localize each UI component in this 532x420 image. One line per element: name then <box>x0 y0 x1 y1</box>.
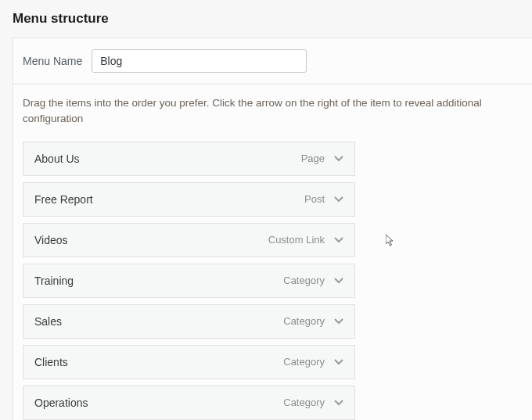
menu-item[interactable]: TrainingCategory <box>23 264 355 298</box>
menu-item-meta: Category <box>283 315 343 327</box>
menu-structure-panel: Menu Name Drag the items into the order … <box>13 38 532 420</box>
menu-item-type: Category <box>283 275 325 286</box>
menu-item-title: Sales <box>34 315 62 328</box>
menu-items-list: About UsPageFree ReportPostVideosCustom … <box>13 142 532 421</box>
menu-name-row: Menu Name <box>13 38 532 84</box>
menu-item-type: Page <box>301 153 325 164</box>
menu-item[interactable]: VideosCustom Link <box>23 223 355 257</box>
menu-item-title: Clients <box>34 356 68 368</box>
menu-item-type: Category <box>283 397 325 408</box>
chevron-down-icon[interactable] <box>334 278 343 284</box>
instruction-text: Drag the items into the order you prefer… <box>13 84 532 142</box>
menu-item-title: Free Report <box>34 193 93 206</box>
menu-item-meta: Category <box>283 275 343 286</box>
menu-item-type: Category <box>283 356 325 368</box>
menu-item[interactable]: ClientsCategory <box>23 345 355 379</box>
section-title: Menu structure <box>0 0 532 38</box>
chevron-down-icon[interactable] <box>334 359 343 365</box>
chevron-down-icon[interactable] <box>334 156 343 162</box>
menu-item-title: Operations <box>34 397 88 409</box>
menu-item-title: Training <box>34 275 74 287</box>
menu-name-input[interactable] <box>92 49 307 73</box>
menu-item-type: Category <box>283 315 325 327</box>
chevron-down-icon[interactable] <box>334 196 343 203</box>
menu-item-meta: Post <box>304 193 343 205</box>
menu-item[interactable]: OperationsCategory <box>23 386 355 420</box>
menu-item-title: Videos <box>34 234 68 246</box>
menu-item-type: Post <box>304 193 325 205</box>
menu-name-label: Menu Name <box>23 55 82 67</box>
chevron-down-icon[interactable] <box>334 237 343 243</box>
chevron-down-icon[interactable] <box>334 400 343 406</box>
menu-item-type: Custom Link <box>268 234 325 246</box>
menu-item[interactable]: SalesCategory <box>23 304 355 339</box>
menu-item-meta: Category <box>283 356 343 368</box>
menu-item-meta: Custom Link <box>268 234 343 246</box>
menu-item[interactable]: Free ReportPost <box>23 182 355 217</box>
menu-item-meta: Category <box>283 397 343 408</box>
menu-item-title: About Us <box>34 153 80 165</box>
chevron-down-icon[interactable] <box>334 318 343 325</box>
menu-item-meta: Page <box>301 153 343 164</box>
menu-item[interactable]: About UsPage <box>23 142 355 176</box>
